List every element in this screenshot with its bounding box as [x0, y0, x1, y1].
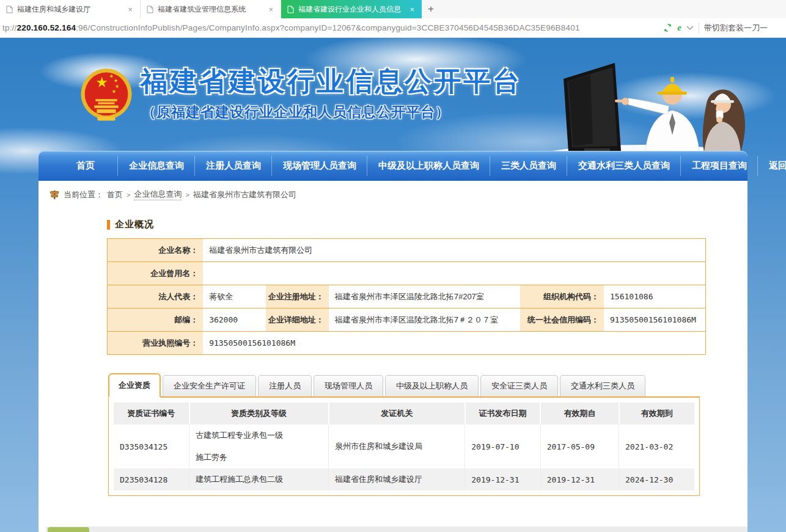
tab-site-managers[interactable]: 现场管理人员 — [314, 375, 383, 396]
col-header: 证书发布日期 — [465, 403, 541, 425]
table-row: D335034125 古建筑工程专业承包一级 施工劳务 泉州市住房和城乡建设局 … — [114, 425, 694, 468]
compatibility-mode-icon[interactable]: e — [677, 23, 681, 33]
page-icon — [287, 5, 294, 13]
tab-safety-license[interactable]: 企业安全生产许可证 — [163, 375, 256, 396]
browser-tab-2[interactable]: 福建省建筑业管理信息系统 × — [141, 0, 281, 18]
license-number-value: 91350500156101086M — [203, 332, 705, 355]
nav-item-site-managers[interactable]: 现场管理人员查询 — [272, 151, 367, 181]
tab-title: 福建省建筑业管理信息系统 — [158, 4, 263, 15]
engineers-illustration — [546, 42, 754, 152]
qualification-panel: 资质证书编号 资质类别及等级 发证机关 证书发布日期 有效期自 有效期到 D33… — [108, 398, 700, 496]
breadcrumb-current: 福建省泉州市古建筑有限公司 — [193, 189, 296, 200]
nav-item-home[interactable]: 首页 — [53, 151, 118, 181]
main-navigation: 首页 企业信息查询 注册人员查询 现场管理人员查询 中级及以上职称人员查询 三类… — [39, 151, 747, 181]
issue-date: 2019-12-31 — [465, 468, 541, 490]
col-header: 发证机关 — [329, 403, 465, 425]
tab-title: 福建省建设行业企业和人员信息 — [298, 4, 404, 15]
tab-safety-cert-three-types[interactable]: 安全证三类人员 — [480, 375, 558, 396]
table-row: 法人代表： 蒋钦全 企业注册地址： 福建省泉州市丰泽区温陵北路北拓7#207室 … — [108, 285, 706, 308]
field-label: 邮编： — [108, 308, 204, 332]
zip-code-value: 362000 — [203, 308, 266, 332]
nav-item-transport-water-three-types[interactable]: 交通水利三类人员查询 — [567, 151, 681, 181]
address-bar-icons: e — [658, 23, 704, 33]
field-label: 营业执照编号： — [108, 332, 204, 355]
cert-number: D335034125 — [114, 425, 189, 468]
legal-rep-value: 蒋钦全 — [203, 285, 266, 308]
page-icon — [6, 5, 13, 13]
main-column: 首页 企业信息查询 注册人员查询 现场管理人员查询 中级及以上职称人员查询 三类… — [39, 151, 747, 532]
company-name-value: 福建省泉州市古建筑有限公司 — [203, 239, 705, 262]
toolbar-hotword-link[interactable]: 带切割套装一刀一 — [704, 23, 782, 34]
section-accent-bar — [107, 220, 110, 230]
nav-item-back-to-site[interactable]: 返回厅网站 — [758, 151, 786, 181]
nav-item-mid-senior-title[interactable]: 中级及以上职称人员查询 — [367, 151, 490, 181]
url-host: 220.160.52.164 — [17, 23, 76, 32]
nav-item-registered-personnel[interactable]: 注册人员查询 — [195, 151, 272, 181]
nav-item-company-query[interactable]: 企业信息查询 — [118, 151, 195, 181]
table-row: 企业曾用名： — [108, 262, 706, 285]
field-label: 组织机构代码： — [520, 285, 604, 308]
nav-item-project-query[interactable]: 工程项目查询 — [681, 151, 758, 181]
breadcrumb-company-query-link[interactable]: 企业信息查询 — [134, 189, 182, 200]
valid-to: 2021-03-02 — [619, 425, 695, 468]
issuing-authority: 福建省住房和城乡建设厅 — [329, 468, 465, 490]
col-header: 资质证书编号 — [114, 403, 189, 425]
qualification-line: 施工劳务 — [196, 452, 322, 463]
tab-registered-personnel[interactable]: 注册人员 — [258, 375, 312, 396]
breadcrumb-separator: > — [127, 191, 130, 199]
divider — [699, 23, 699, 33]
valid-from: 2019-12-31 — [540, 468, 619, 490]
webpage: 福建省建设行业信息公开平台 （原福建省建设行业企业和人员信息公开平台） — [0, 38, 786, 532]
tab-qualifications[interactable]: 企业资质 — [108, 373, 161, 398]
qualification-line: 建筑工程施工总承包二级 — [196, 474, 322, 485]
company-overview-table: 企业名称： 福建省泉州市古建筑有限公司 企业曾用名： 法人代表： 蒋钦全 企业注… — [107, 238, 706, 355]
qualification-type: 建筑工程施工总承包二级 — [189, 468, 329, 490]
tab-mid-senior-title[interactable]: 中级及以上职称人员 — [385, 375, 479, 396]
browser-chrome: 福建住房和城乡建设厅 × 福建省建筑业管理信息系统 × 福建省建设行业企业和人员… — [0, 0, 786, 38]
tab-title: 福建住房和城乡建设厅 — [17, 4, 122, 15]
issuing-authority: 泉州市住房和城乡建设局 — [329, 425, 465, 468]
cert-number: D235034128 — [114, 468, 189, 490]
browser-tab-1[interactable]: 福建住房和城乡建设厅 × — [0, 0, 141, 18]
detail-address-value: 福建省泉州市丰泽区温陵北路北拓7＃２０７室 — [329, 308, 520, 332]
org-code-value: 156101086 — [604, 285, 705, 308]
tab-transport-water-three-types[interactable]: 交通水利三类人员 — [560, 375, 645, 396]
former-name-value — [203, 262, 705, 285]
qualification-line: 古建筑工程专业承包一级 — [196, 430, 322, 441]
close-icon[interactable]: × — [127, 5, 134, 14]
valid-from: 2017-05-09 — [540, 425, 619, 468]
table-header-row: 资质证书编号 资质类别及等级 发证机关 证书发布日期 有效期自 有效期到 — [114, 403, 694, 425]
breadcrumb-separator: > — [185, 191, 189, 199]
url-path: :96/ConstructionInfoPublish/Pages/Compan… — [76, 23, 579, 32]
close-icon[interactable]: × — [267, 5, 274, 14]
footer-toggle-tab[interactable] — [48, 527, 89, 532]
content-area: 当前位置： 首页 > 企业信息查询 > 福建省泉州市古建筑有限公司 企业概况 企… — [39, 181, 747, 527]
footer-bar — [46, 527, 747, 532]
url-prefix: tp:// — [2, 23, 17, 32]
field-label: 企业详细地址： — [266, 308, 329, 332]
field-label: 企业名称： — [108, 239, 204, 262]
col-header: 有效期到 — [619, 403, 695, 425]
section-header: 企业概况 — [107, 219, 747, 230]
registered-address-value: 福建省泉州市丰泽区温陵北路北拓7#207室 — [329, 285, 520, 308]
national-emblem-logo — [75, 62, 138, 128]
new-tab-button[interactable]: + — [422, 0, 440, 18]
url-text[interactable]: tp://220.160.52.164:96/ConstructionInfoP… — [2, 23, 658, 32]
field-label: 企业注册地址： — [266, 285, 329, 308]
browser-tab-3-active[interactable]: 福建省建设行业企业和人员信息 × — [281, 0, 422, 18]
breadcrumb: 当前位置： 首页 > 企业信息查询 > 福建省泉州市古建筑有限公司 — [39, 181, 747, 200]
qualification-type: 古建筑工程专业承包一级 施工劳务 — [189, 425, 329, 468]
refresh-icon[interactable] — [663, 23, 672, 32]
page-icon — [147, 5, 153, 13]
breadcrumb-home-link[interactable]: 首页 — [107, 189, 123, 200]
close-icon[interactable]: × — [408, 5, 416, 14]
valid-to: 2024-12-30 — [619, 468, 695, 490]
field-label: 法人代表： — [108, 285, 204, 308]
qualification-table: 资质证书编号 资质类别及等级 发证机关 证书发布日期 有效期自 有效期到 D33… — [114, 403, 694, 490]
chevron-down-icon[interactable] — [686, 26, 694, 31]
table-row: 企业名称： 福建省泉州市古建筑有限公司 — [108, 239, 706, 262]
col-header: 有效期自 — [540, 403, 619, 425]
site-title: 福建省建设行业信息公开平台 — [141, 64, 522, 100]
address-bar[interactable]: tp://220.160.52.164:96/ConstructionInfoP… — [0, 18, 786, 38]
nav-item-three-types[interactable]: 三类人员查询 — [490, 151, 567, 181]
